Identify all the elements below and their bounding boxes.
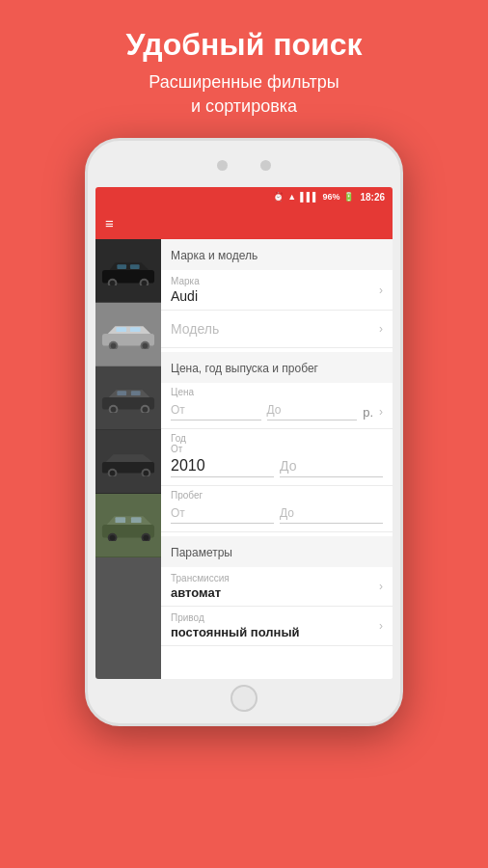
car-svg-3 xyxy=(100,384,156,413)
hamburger-icon[interactable]: ≡ xyxy=(105,215,115,231)
section-params-label: Параметры xyxy=(171,546,232,559)
battery-percent: 96% xyxy=(322,192,339,202)
phone-mockup: ⏰ ▲ ▌▌▌ 96% 🔋 18:26 ≡ xyxy=(85,138,403,726)
model-placeholder: Модель xyxy=(171,321,219,337)
status-bar: ⏰ ▲ ▌▌▌ 96% 🔋 18:26 xyxy=(95,187,393,206)
brand-row[interactable]: Марка Audi › xyxy=(161,270,393,311)
filter-panel: Марка и модель Марка Audi › Модель › xyxy=(161,239,393,679)
svg-point-10 xyxy=(111,343,117,349)
price-from-label: От xyxy=(171,403,185,417)
price-to-label: До xyxy=(267,403,282,417)
transmission-row[interactable]: Трансмиссия автомат › xyxy=(161,567,393,607)
header-section: Удобный поиск Марка и модель Расширенные… xyxy=(106,0,381,138)
svg-rect-20 xyxy=(131,391,141,395)
car-svg-4 xyxy=(100,448,156,476)
svg-point-11 xyxy=(143,343,149,349)
svg-point-29 xyxy=(110,535,116,541)
svg-point-17 xyxy=(111,407,117,413)
section-brand-model-label: Марка и модель xyxy=(171,249,258,262)
transmission-chevron: › xyxy=(379,580,383,593)
section-price-year-label: Цена, год выпуска и пробег xyxy=(171,362,318,375)
brand-label: Марка xyxy=(171,276,383,286)
mileage-from-label: От xyxy=(171,506,185,520)
section-params: Параметры xyxy=(161,536,393,567)
svg-rect-13 xyxy=(130,327,141,332)
mileage-from-field[interactable]: От xyxy=(171,506,274,524)
alarm-icon: ⏰ xyxy=(273,192,284,202)
mileage-to-field[interactable]: До xyxy=(280,506,383,524)
drive-row[interactable]: Привод постоянный полный › xyxy=(161,607,393,646)
svg-point-24 xyxy=(110,471,116,476)
car-svg-1 xyxy=(100,257,156,285)
car-item-5 xyxy=(95,494,161,557)
price-chevron: › xyxy=(379,405,383,419)
section-brand-model: Марка и модель xyxy=(161,239,393,270)
price-label: Цена xyxy=(171,387,383,397)
year-from-field[interactable]: 2010 xyxy=(171,457,274,477)
home-button[interactable] xyxy=(230,685,258,712)
phone-screen: ⏰ ▲ ▌▌▌ 96% 🔋 18:26 ≡ xyxy=(95,187,393,679)
drive-value: постоянный полный xyxy=(171,625,383,639)
transmission-value: автомат xyxy=(171,585,383,600)
car-item-1 xyxy=(95,239,161,303)
battery-icon: 🔋 xyxy=(343,192,354,202)
signal-icon: ▌▌▌ xyxy=(300,192,318,202)
main-subtitle: Марка и модель Расширенные фильтрыи сорт… xyxy=(125,70,362,119)
price-section: Цена От До р. › xyxy=(161,383,393,429)
price-to-field[interactable]: До xyxy=(267,403,358,420)
mileage-label: Пробег xyxy=(171,490,383,501)
speaker-left xyxy=(217,160,228,171)
car-svg-2 xyxy=(100,320,156,349)
model-row[interactable]: Модель › xyxy=(161,311,393,348)
year-from-value: 2010 xyxy=(171,457,205,474)
year-to-placeholder: До xyxy=(280,458,296,474)
svg-rect-19 xyxy=(117,391,126,395)
model-chevron: › xyxy=(379,322,383,336)
brand-chevron: › xyxy=(379,284,383,297)
mileage-section: Пробег От До xyxy=(161,486,393,532)
speaker-right xyxy=(260,160,271,171)
year-to-field[interactable]: До xyxy=(280,457,383,477)
car-list xyxy=(95,239,161,679)
svg-rect-6 xyxy=(130,264,140,269)
svg-rect-31 xyxy=(115,517,125,523)
status-time: 18:26 xyxy=(360,192,385,203)
section-price-year: Цена, год выпуска и пробег xyxy=(161,352,393,383)
drive-chevron: › xyxy=(379,619,383,633)
main-title: Удобный поиск xyxy=(125,27,362,63)
year-label: Год xyxy=(171,433,383,444)
svg-point-30 xyxy=(143,535,149,541)
price-currency: р. xyxy=(363,405,373,420)
price-from-field[interactable]: От xyxy=(171,403,261,420)
transmission-label: Трансмиссия xyxy=(171,573,383,583)
svg-rect-12 xyxy=(116,327,126,332)
car-item-2 xyxy=(95,303,161,366)
car-item-4 xyxy=(95,430,161,494)
year-section: Год От 2010 До xyxy=(161,429,393,486)
svg-point-18 xyxy=(143,407,149,413)
year-from-label: От xyxy=(171,444,383,454)
brand-value: Audi xyxy=(171,288,383,304)
wifi-icon: ▲ xyxy=(287,192,296,202)
car-item-3 xyxy=(95,366,161,430)
mileage-to-label: До xyxy=(280,506,294,520)
drive-label: Привод xyxy=(171,612,383,623)
car-svg-5 xyxy=(100,510,156,541)
svg-rect-32 xyxy=(131,517,142,523)
app-bar: ≡ xyxy=(95,206,393,239)
svg-rect-5 xyxy=(117,264,126,269)
svg-point-25 xyxy=(143,471,149,476)
